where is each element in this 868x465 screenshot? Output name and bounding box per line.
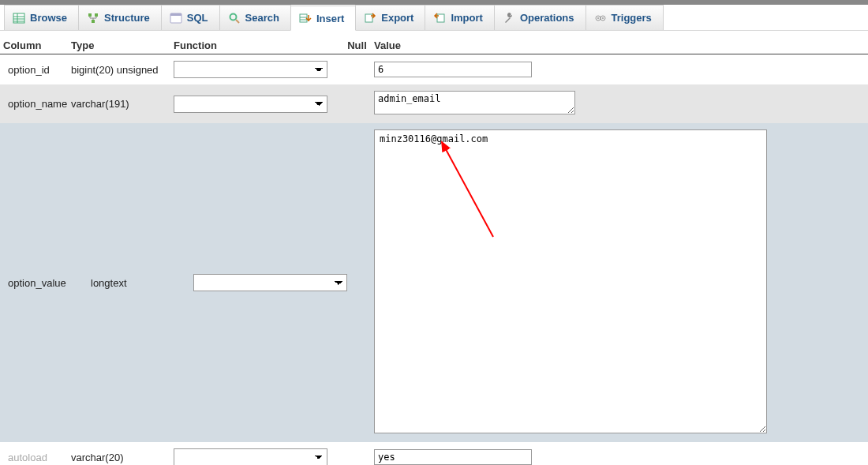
tab-label: Structure bbox=[104, 12, 150, 24]
table-row: option_value longtext bbox=[0, 123, 868, 442]
insert-form: Column Type Function Null Value option_i… bbox=[0, 37, 868, 465]
svg-line-11 bbox=[236, 20, 239, 23]
structure-icon bbox=[87, 12, 99, 24]
export-icon bbox=[364, 12, 376, 24]
column-type: varchar(20) bbox=[71, 452, 174, 463]
table-row: option_id bigint(20) unsigned bbox=[0, 54, 868, 84]
sql-icon bbox=[170, 12, 182, 24]
tab-browse[interactable]: Browse bbox=[4, 5, 79, 30]
column-name: option_name bbox=[0, 98, 71, 110]
value-input[interactable] bbox=[374, 449, 532, 465]
function-select[interactable] bbox=[174, 448, 327, 465]
tab-sql[interactable]: SQL bbox=[161, 5, 220, 30]
function-select[interactable] bbox=[193, 274, 347, 291]
column-name: autoload bbox=[0, 452, 71, 463]
tab-triggers[interactable]: Triggers bbox=[586, 5, 664, 30]
header-function: Function bbox=[174, 39, 343, 51]
column-type: longtext bbox=[71, 277, 174, 289]
function-select[interactable] bbox=[174, 61, 327, 78]
function-select[interactable] bbox=[174, 96, 327, 113]
tab-label: Operations bbox=[520, 12, 574, 24]
svg-point-19 bbox=[597, 17, 599, 19]
tab-search[interactable]: Search bbox=[219, 5, 291, 30]
import-icon bbox=[433, 12, 446, 24]
tab-label: Insert bbox=[316, 13, 344, 24]
svg-rect-6 bbox=[95, 13, 98, 17]
operations-icon bbox=[503, 12, 515, 24]
tab-label: Import bbox=[451, 12, 482, 24]
tab-label: SQL bbox=[187, 12, 208, 24]
search-icon bbox=[228, 12, 241, 24]
svg-rect-12 bbox=[300, 14, 307, 22]
tab-import[interactable]: Import bbox=[425, 5, 494, 30]
header-type: Type bbox=[71, 39, 174, 51]
tabs-bar: Browse Structure SQL Search Insert Expor… bbox=[0, 5, 868, 31]
svg-rect-5 bbox=[88, 13, 92, 17]
svg-point-10 bbox=[230, 13, 236, 20]
svg-point-20 bbox=[602, 17, 604, 19]
tab-label: Search bbox=[245, 12, 279, 24]
column-name: option_id bbox=[0, 64, 71, 76]
svg-rect-9 bbox=[170, 13, 181, 16]
column-name: option_value bbox=[0, 277, 71, 289]
column-type: bigint(20) unsigned bbox=[71, 64, 174, 76]
tab-label: Browse bbox=[30, 12, 67, 24]
header-null: Null bbox=[343, 39, 371, 51]
table-row: option_name varchar(191) bbox=[0, 84, 868, 123]
tab-label: Export bbox=[381, 12, 413, 24]
tab-operations[interactable]: Operations bbox=[494, 5, 586, 30]
triggers-icon bbox=[594, 12, 607, 24]
insert-icon bbox=[299, 12, 312, 24]
value-input[interactable] bbox=[374, 62, 532, 77]
tab-export[interactable]: Export bbox=[355, 5, 425, 30]
tab-label: Triggers bbox=[612, 12, 652, 24]
tab-structure[interactable]: Structure bbox=[78, 5, 162, 30]
column-type: varchar(191) bbox=[71, 98, 174, 110]
header-column: Column bbox=[0, 39, 71, 51]
table-row: autoload varchar(20) bbox=[0, 442, 868, 465]
value-textarea[interactable] bbox=[374, 91, 575, 114]
tab-insert[interactable]: Insert bbox=[290, 6, 356, 31]
value-textarea[interactable] bbox=[374, 129, 767, 433]
browse-icon bbox=[13, 12, 25, 24]
header-value: Value bbox=[371, 39, 868, 51]
svg-rect-7 bbox=[92, 20, 95, 23]
